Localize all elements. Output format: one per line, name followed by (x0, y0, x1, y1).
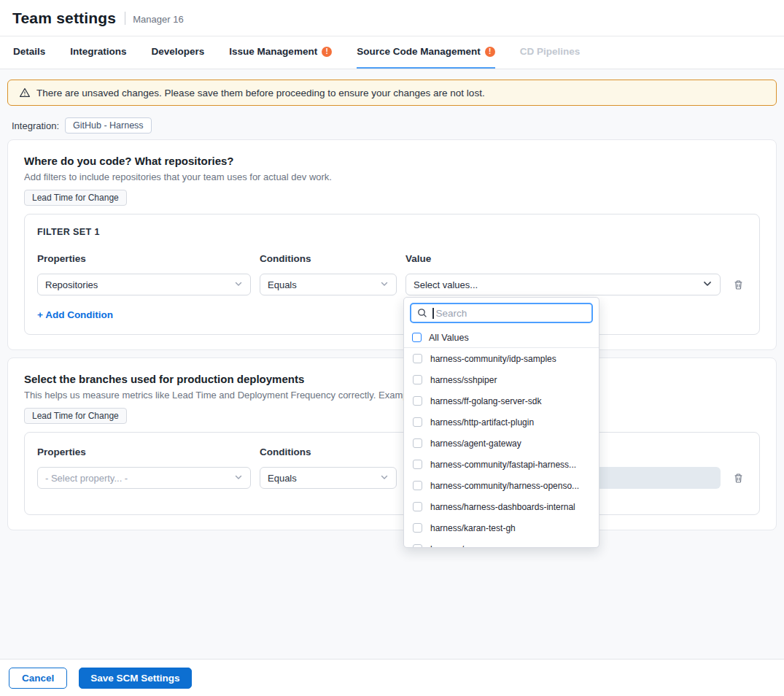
checkbox-icon[interactable] (413, 460, 422, 469)
repositories-section-title: Where do you code? What repositories? (24, 155, 760, 167)
filter-labels-row: Properties Conditions (37, 446, 747, 457)
checkbox-icon[interactable] (412, 333, 422, 342)
dropdown-option[interactable]: harness/http-artifact-plugin (404, 411, 599, 433)
tab-developers[interactable]: Developers (152, 36, 205, 69)
tab-issue-management[interactable]: Issue Management (229, 36, 332, 69)
page-subtitle: Manager 16 (133, 12, 183, 25)
value-select[interactable]: Select values... (405, 274, 721, 295)
search-icon (417, 308, 427, 318)
dropdown-option[interactable]: harness-community/idp-samples (404, 348, 599, 369)
search-wrap: Search (404, 298, 599, 328)
dropdown-option-clipped[interactable]: harness/... (404, 538, 599, 548)
dropdown-option[interactable]: harness-community/fastapi-harness... (404, 454, 599, 475)
add-condition-link[interactable]: + Add Condition (37, 309, 113, 320)
conditions-label: Conditions (260, 446, 397, 457)
dropdown-option[interactable]: harness/harness-dashboards-internal (404, 496, 599, 517)
search-input[interactable]: Search (410, 303, 593, 323)
trash-icon (733, 279, 744, 290)
integration-chip[interactable]: GitHub - Harness (65, 117, 152, 134)
conditions-label: Conditions (260, 253, 397, 264)
main-content: There are unsaved changes. Please save t… (0, 80, 784, 530)
checkbox-icon[interactable] (413, 375, 422, 384)
value-label: Value (405, 253, 721, 264)
warning-icon (322, 47, 332, 57)
all-values-option[interactable]: All Values (404, 328, 599, 348)
integration-row: Integration: GitHub - Harness (7, 117, 777, 134)
chevron-down-icon (702, 279, 713, 291)
filter-set-title: FILTER SET 1 (37, 227, 747, 237)
warning-triangle-icon (19, 87, 31, 98)
tab-source-code-management[interactable]: Source Code Management (357, 36, 495, 69)
filter-set-1: FILTER SET 1 Properties Conditions Value… (24, 214, 760, 335)
chevron-down-icon (234, 279, 243, 290)
branches-section-title: Select the branches used for production … (24, 373, 760, 385)
chevron-down-icon (380, 473, 389, 484)
trash-icon (733, 473, 744, 484)
search-placeholder: Search (436, 308, 467, 319)
lead-time-chip: Lead Time for Change (24, 190, 127, 206)
checkbox-icon[interactable] (413, 354, 422, 363)
properties-label: Properties (37, 446, 251, 457)
tab-bar: Details Integrations Developers Issue Ma… (0, 36, 784, 69)
repositories-card: Where do you code? What repositories? Ad… (7, 139, 777, 350)
chevron-down-icon (234, 473, 243, 484)
unsaved-changes-banner: There are unsaved changes. Please save t… (7, 80, 777, 106)
dropdown-option[interactable]: harness/sshpiper (404, 369, 599, 390)
banner-text: There are unsaved changes. Please save t… (36, 88, 485, 98)
value-dropdown-popup: Search All Values harness-community/idp-… (403, 297, 599, 548)
condition-select[interactable]: Equals (260, 467, 397, 489)
integration-label: Integration: (12, 120, 59, 131)
property-select[interactable]: - Select property... - (37, 467, 251, 489)
page-header: Team settings Manager 16 (0, 0, 784, 36)
footer-bar: Cancel Save SCM Settings (0, 659, 784, 696)
branches-section-subtitle: This helps us measure metrics like Lead … (24, 390, 760, 401)
checkbox-icon[interactable] (413, 396, 422, 406)
property-select[interactable]: Repositories (37, 274, 251, 295)
checkbox-icon[interactable] (413, 523, 422, 533)
dropdown-option[interactable]: harness/agent-gateway (404, 433, 599, 454)
chevron-down-icon (380, 279, 389, 290)
branches-card: Select the branches used for production … (7, 357, 777, 530)
title-divider (125, 12, 125, 25)
save-scm-settings-button[interactable]: Save SCM Settings (79, 668, 191, 689)
tab-integrations[interactable]: Integrations (70, 36, 126, 69)
tab-details[interactable]: Details (13, 36, 45, 69)
text-cursor (432, 308, 434, 319)
filter-controls-row: Repositories Equals Select values... (37, 274, 747, 295)
checkbox-icon[interactable] (413, 481, 422, 490)
branch-filter-set: Properties Conditions - Select property.… (24, 432, 760, 515)
properties-label: Properties (37, 253, 251, 264)
filter-labels-row: Properties Conditions Value (37, 253, 747, 264)
checkbox-icon[interactable] (413, 417, 422, 427)
repositories-section-subtitle: Add filters to include repositories that… (24, 171, 760, 182)
page-title: Team settings (12, 9, 116, 27)
checkbox-icon[interactable] (413, 438, 422, 448)
tab-cd-pipelines: CD Pipelines (520, 36, 581, 69)
dropdown-option[interactable]: harness/karan-test-gh (404, 517, 599, 538)
filter-controls-row: - Select property... - Equals (37, 467, 747, 489)
lead-time-chip: Lead Time for Change (24, 408, 127, 424)
warning-icon (485, 47, 495, 57)
condition-select[interactable]: Equals (260, 274, 397, 295)
checkbox-icon[interactable] (413, 544, 422, 548)
dropdown-option[interactable]: harness/ff-golang-server-sdk (404, 390, 599, 411)
cancel-button[interactable]: Cancel (9, 668, 67, 689)
delete-filter-button[interactable] (729, 274, 747, 295)
dropdown-option[interactable]: harness-community/harness-openso... (404, 475, 599, 496)
delete-filter-button[interactable] (729, 467, 747, 489)
checkbox-icon[interactable] (413, 502, 422, 511)
